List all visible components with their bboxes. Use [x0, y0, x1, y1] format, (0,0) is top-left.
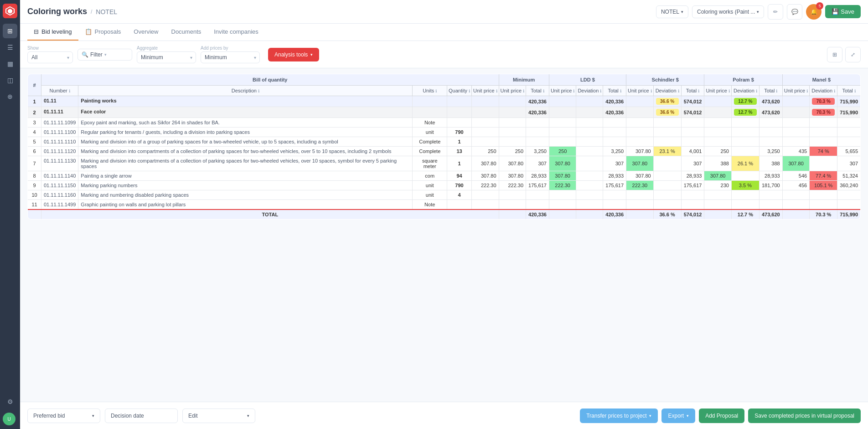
row-dev-sch: [653, 128, 681, 137]
row-up-pol: [704, 190, 732, 200]
row-up-min: 250: [499, 147, 526, 156]
project-dropdown[interactable]: Coloring works (Paint ... ▾: [692, 5, 764, 18]
th-description: Description ℹ: [78, 86, 413, 96]
tab-bid-leveling[interactable]: ⊟ Bid leveling: [27, 24, 78, 41]
row-total-min: 3,250: [526, 147, 549, 156]
expand-icon[interactable]: ⤢: [845, 47, 861, 62]
row-total-ldd: [603, 118, 626, 128]
row-total-sch: 574,012: [681, 96, 704, 107]
row-units: Note: [413, 200, 447, 210]
filter-input-group: 🔍 Filter ▾: [78, 49, 132, 61]
table-row: 8 01.11.11.1140 Painting a single arrow …: [28, 171, 861, 181]
row-total-sch: [681, 128, 704, 137]
sidebar-item-chart[interactable]: ◫: [3, 73, 17, 87]
row-up-pol: [704, 200, 732, 210]
row-number: 01.11.11: [41, 107, 78, 118]
row-up-sch: [626, 96, 654, 107]
app-logo: [3, 4, 17, 18]
sidebar-item-settings[interactable]: ⚙: [3, 394, 17, 409]
notification-btn[interactable]: 🔔 5: [806, 4, 822, 20]
tab-overview[interactable]: Overview: [127, 24, 165, 41]
edit-dropdown[interactable]: Edit ▾: [182, 409, 255, 423]
sidebar-item-list[interactable]: ☰: [3, 40, 17, 55]
show-select[interactable]: All: [27, 51, 73, 63]
row-dev-pol: 26.1 %: [731, 156, 759, 171]
row-up-ldd: [549, 107, 576, 118]
add-proposal-button[interactable]: Add Proposal: [699, 409, 744, 423]
show-select-wrap: All: [27, 51, 73, 63]
row-desc: Painting works: [78, 96, 413, 107]
row-up-man: [782, 200, 810, 210]
row-dev-man: 77.4 %: [810, 171, 837, 181]
transfer-prices-button[interactable]: Transfer prices to project ▾: [580, 409, 658, 423]
aggregate-select[interactable]: Minimum: [137, 51, 196, 63]
row-dev-ldd: [576, 147, 603, 156]
sidebar: ⊞ ☰ ▦ ◫ ⊕ ⚙ U: [0, 0, 20, 429]
row-up-man: 456: [782, 181, 810, 190]
row-up-ldd: [549, 190, 576, 200]
row-up-man: [782, 128, 810, 137]
total-pol: 473,620: [759, 209, 782, 220]
tab-proposals[interactable]: 📋 Proposals: [78, 24, 128, 41]
row-number: 01.11.11.1099: [41, 118, 78, 128]
row-total-sch: [681, 137, 704, 147]
tab-documents[interactable]: Documents: [165, 24, 208, 41]
row-units: square meter: [413, 156, 447, 171]
row-id: 5: [28, 137, 41, 147]
row-total-sch: 4,001: [681, 147, 704, 156]
row-dev-pol: [731, 147, 759, 156]
th-total-man: Total ℹ: [837, 86, 861, 96]
row-up-pol: 250: [704, 147, 732, 156]
row-total-ldd: 307: [603, 156, 626, 171]
row-qty: 790: [447, 181, 472, 190]
row-dev-sch: [653, 171, 681, 181]
sidebar-item-folder[interactable]: ▦: [3, 56, 17, 71]
row-desc: Marking and division into compartments o…: [78, 147, 413, 156]
footer: Preferred bid ▾ Decision date Edit ▾ Tra…: [20, 402, 868, 429]
tab-invite-companies[interactable]: Invite companies: [207, 24, 265, 41]
grid-view-icon[interactable]: ⊞: [827, 47, 842, 62]
export-button[interactable]: Export ▾: [661, 409, 695, 423]
row-dev-pol: 3.5 %: [731, 181, 759, 190]
row-total-man: 715,990: [837, 107, 861, 118]
row-desc: Marking parking numbers: [78, 181, 413, 190]
th-up-ldd: Unit price ℹ: [549, 86, 576, 96]
decision-date-input[interactable]: Decision date: [105, 409, 178, 423]
row-up-man: [782, 107, 810, 118]
row-total-sch: 28,933: [681, 171, 704, 181]
row-up-min: [499, 137, 526, 147]
save-button[interactable]: 💾 Save: [825, 5, 861, 18]
th-up-min: Unit price ℹ: [499, 86, 526, 96]
chat-icon-btn[interactable]: 💬: [787, 4, 802, 20]
row-qty: 1: [447, 156, 472, 171]
notel-dropdown[interactable]: NOTEL ▾: [656, 5, 688, 18]
sidebar-item-home[interactable]: ⊞: [3, 24, 17, 38]
row-up-min: 307.80: [499, 156, 526, 171]
th-units: Units ℹ: [413, 86, 447, 96]
table-row: 2 01.11.11 Face color 420,336 420,336 36…: [28, 107, 861, 118]
save-completed-button[interactable]: Save completed prices in virtual proposa…: [748, 409, 861, 423]
sidebar-item-globe[interactable]: ⊕: [3, 89, 17, 104]
preferred-bid-dropdown[interactable]: Preferred bid ▾: [27, 409, 100, 423]
row-up-man: [782, 137, 810, 147]
row-up-pol: 388: [704, 156, 732, 171]
row-total-man: 307: [837, 156, 861, 171]
total-sch: 574,012: [681, 209, 704, 220]
add-prices-select[interactable]: Minimum: [201, 51, 260, 63]
row-total-min: [526, 118, 549, 128]
tab-icon: 📋: [85, 28, 92, 35]
total-man: 715,990: [837, 209, 861, 220]
row-total-ldd: 175,617: [603, 181, 626, 190]
table-row: 11 01.11.11.1499 Graphic painting on wal…: [28, 200, 861, 210]
row-qty: [447, 200, 472, 210]
chevron-down-icon: ▾: [687, 414, 689, 418]
th-number: Number ℹ: [41, 86, 78, 96]
row-number: 01.11.11.1140: [41, 171, 78, 181]
row-up-ldd: 222.30: [549, 181, 576, 190]
row-number: 01.11.11.1110: [41, 137, 78, 147]
row-total-min: 307: [526, 156, 549, 171]
row-qty: [447, 96, 472, 107]
edit-icon-btn[interactable]: ✏: [768, 4, 783, 20]
th-up-sch: Unit price ℹ: [626, 86, 654, 96]
analysis-tools-button[interactable]: Analysis tools ▾: [268, 48, 319, 61]
